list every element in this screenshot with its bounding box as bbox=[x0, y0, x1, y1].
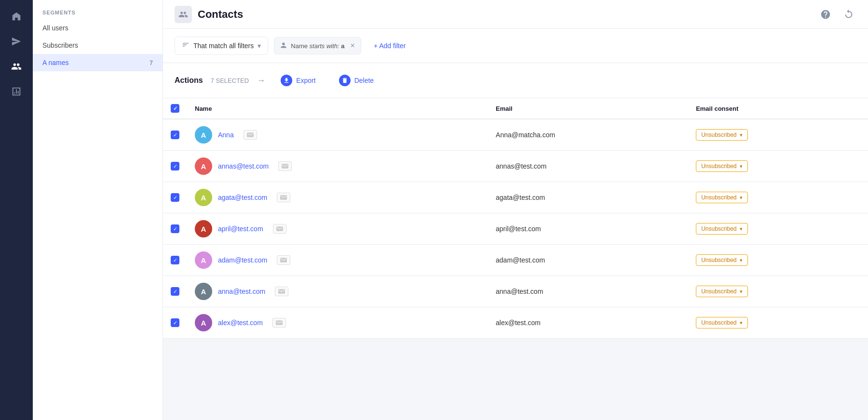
email-icon-6 bbox=[272, 318, 286, 328]
table-container: Actions 7 SELECTED → Export Delete bbox=[163, 63, 868, 339]
name-link-5[interactable]: anna@test.com bbox=[218, 288, 265, 295]
consent-cell-0: Unsubscribed ▾ bbox=[688, 119, 868, 151]
actions-bar: Actions 7 SELECTED → Export Delete bbox=[163, 63, 868, 98]
name-cell-4: A adam@test.com bbox=[195, 251, 480, 269]
filter-chevron-icon: ▾ bbox=[258, 42, 261, 50]
consent-chevron-icon-2: ▾ bbox=[740, 195, 743, 201]
filter-chip-close-icon[interactable]: × bbox=[351, 41, 355, 50]
consent-badge-5[interactable]: Unsubscribed ▾ bbox=[696, 286, 747, 297]
row-checkbox-4[interactable]: ✓ bbox=[171, 256, 179, 264]
delete-label: Delete bbox=[354, 77, 374, 84]
filter-match-dropdown[interactable]: That match all filters ▾ bbox=[175, 37, 268, 55]
avatar-4: A bbox=[195, 251, 212, 269]
name-link-0[interactable]: Anna bbox=[218, 131, 234, 139]
table-row: ✓ A annas@test.com annas@test.com Unsubs… bbox=[163, 151, 868, 182]
header-left: Contacts bbox=[175, 6, 243, 23]
consent-badge-4[interactable]: Unsubscribed ▾ bbox=[696, 254, 747, 266]
avatar-2: A bbox=[195, 189, 212, 206]
filter-chip-contact-icon bbox=[280, 42, 287, 50]
email-cell-2: agata@test.com bbox=[488, 182, 688, 213]
actions-selected: 7 SELECTED bbox=[211, 77, 249, 84]
nav-contacts-icon[interactable] bbox=[6, 56, 27, 77]
consent-cell-4: Unsubscribed ▾ bbox=[688, 245, 868, 276]
name-link-4[interactable]: adam@test.com bbox=[218, 256, 267, 264]
actions-label: Actions bbox=[175, 76, 203, 85]
nav-send-icon[interactable] bbox=[6, 31, 27, 52]
consent-cell-5: Unsubscribed ▾ bbox=[688, 276, 868, 307]
table-row: ✓ A agata@test.com agata@test.com Unsubs… bbox=[163, 182, 868, 213]
email-icon-cell-0 bbox=[244, 130, 257, 140]
page-title: Contacts bbox=[198, 8, 243, 21]
consent-chevron-icon-5: ▾ bbox=[740, 289, 743, 295]
row-checkbox-3[interactable]: ✓ bbox=[171, 224, 179, 233]
nav-home-icon[interactable] bbox=[6, 6, 27, 27]
add-filter-label: + Add filter bbox=[374, 42, 406, 50]
name-cell-6: A alex@test.com bbox=[195, 314, 480, 331]
consent-cell-3: Unsubscribed ▾ bbox=[688, 213, 868, 245]
email-icon-0 bbox=[244, 130, 257, 140]
nav-bar bbox=[0, 0, 33, 420]
delete-button[interactable]: Delete bbox=[331, 71, 381, 90]
add-filter-button[interactable]: + Add filter bbox=[367, 38, 413, 53]
name-link-6[interactable]: alex@test.com bbox=[218, 319, 263, 327]
avatar-3: A bbox=[195, 220, 212, 237]
refresh-button[interactable] bbox=[841, 7, 856, 22]
email-cell-5: anna@test.com bbox=[488, 276, 688, 307]
consent-badge-6[interactable]: Unsubscribed ▾ bbox=[696, 317, 747, 328]
table-row: ✓ A Anna Anna@matcha.com Unsubscribed ▾ bbox=[163, 119, 868, 151]
row-checkbox-0[interactable]: ✓ bbox=[171, 131, 179, 139]
sidebar-item-a-names[interactable]: A names 7 bbox=[33, 54, 163, 71]
name-cell-0: A Anna bbox=[195, 126, 480, 144]
row-checkbox-2[interactable]: ✓ bbox=[171, 193, 179, 202]
select-all-checkbox[interactable]: ✓ bbox=[171, 104, 179, 113]
col-checkbox: ✓ bbox=[163, 98, 187, 119]
consent-chevron-icon-6: ▾ bbox=[740, 320, 743, 326]
col-name: Name bbox=[187, 98, 488, 119]
export-icon bbox=[281, 75, 292, 86]
header-right bbox=[818, 7, 856, 22]
nav-analytics-icon[interactable] bbox=[6, 81, 27, 102]
email-cell-3: april@test.com bbox=[488, 213, 688, 245]
sidebar-item-all-users[interactable]: All users bbox=[33, 19, 163, 37]
name-link-2[interactable]: agata@test.com bbox=[218, 194, 267, 201]
export-button[interactable]: Export bbox=[273, 71, 323, 90]
row-checkbox-5[interactable]: ✓ bbox=[171, 287, 179, 296]
sidebar-section-label: Segments bbox=[33, 10, 163, 19]
sidebar-item-subscribers[interactable]: Subscribers bbox=[33, 37, 163, 54]
delete-icon bbox=[339, 75, 351, 86]
consent-chevron-icon-4: ▾ bbox=[740, 257, 743, 263]
consent-badge-0[interactable]: Unsubscribed ▾ bbox=[696, 129, 747, 141]
avatar-5: A bbox=[195, 283, 212, 300]
email-cell-0: Anna@matcha.com bbox=[488, 119, 688, 151]
row-checkbox-1[interactable]: ✓ bbox=[171, 162, 179, 171]
name-link-1[interactable]: annas@test.com bbox=[218, 162, 269, 170]
filter-chip-name[interactable]: Name starts with: a × bbox=[274, 37, 361, 54]
consent-cell-1: Unsubscribed ▾ bbox=[688, 151, 868, 182]
email-icon-4 bbox=[277, 255, 290, 265]
row-checkbox-6[interactable]: ✓ bbox=[171, 318, 179, 327]
email-icon-cell-4 bbox=[277, 255, 290, 265]
name-cell-1: A annas@test.com bbox=[195, 158, 480, 175]
consent-badge-3[interactable]: Unsubscribed ▾ bbox=[696, 223, 747, 235]
content-area: That match all filters ▾ Name starts wit… bbox=[163, 29, 868, 420]
email-cell-6: alex@test.com bbox=[488, 307, 688, 339]
filter-bar: That match all filters ▾ Name starts wit… bbox=[163, 29, 868, 63]
email-icon-cell-3 bbox=[273, 224, 286, 234]
consent-chevron-icon-1: ▾ bbox=[740, 163, 743, 170]
col-email-consent: Email consent bbox=[688, 98, 868, 119]
page-icon bbox=[175, 6, 192, 23]
name-cell-2: A agata@test.com bbox=[195, 189, 480, 206]
name-link-3[interactable]: april@test.com bbox=[218, 225, 263, 233]
consent-badge-2[interactable]: Unsubscribed ▾ bbox=[696, 192, 747, 203]
export-label: Export bbox=[296, 77, 315, 84]
filter-match-text: That match all filters bbox=[193, 42, 254, 50]
consent-badge-1[interactable]: Unsubscribed ▾ bbox=[696, 160, 747, 172]
table-row: ✓ A april@test.com april@test.com Unsubs… bbox=[163, 213, 868, 245]
help-button[interactable] bbox=[818, 7, 833, 22]
email-icon-5 bbox=[275, 287, 288, 296]
main-area: Contacts That match all filters ▾ bbox=[163, 0, 868, 420]
consent-cell-2: Unsubscribed ▾ bbox=[688, 182, 868, 213]
email-icon-cell-2 bbox=[277, 193, 290, 202]
table-row: ✓ A adam@test.com adam@test.com Unsubscr… bbox=[163, 245, 868, 276]
email-icon-cell-5 bbox=[275, 287, 288, 296]
